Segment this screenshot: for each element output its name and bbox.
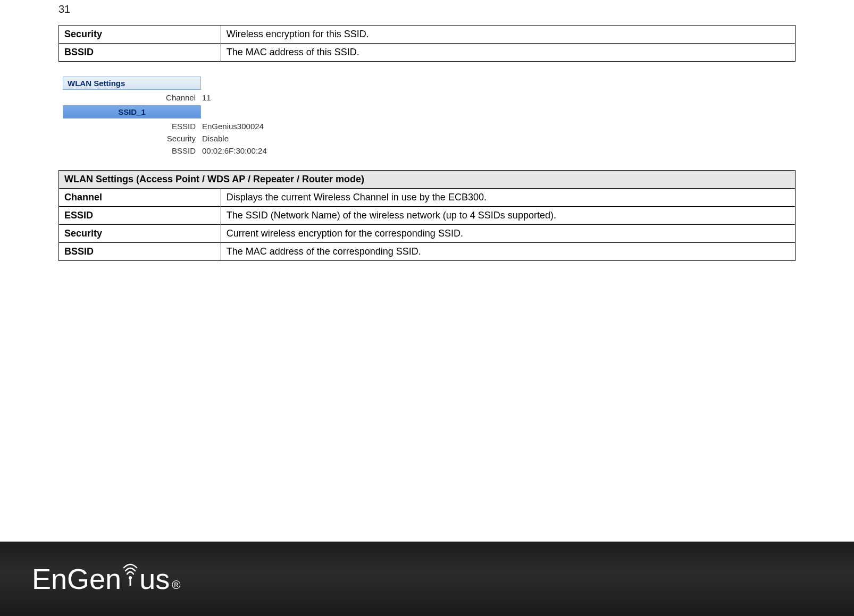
table-row: ESSID The SSID (Network Name) of the wir… [59, 207, 796, 225]
top-definition-table: Security Wireless encryption for this SS… [58, 25, 796, 62]
table-header: WLAN Settings (Access Point / WDS AP / R… [59, 171, 796, 189]
page-number: 31 [58, 3, 796, 15]
table-row: BSSID The MAC address of the correspondi… [59, 243, 796, 261]
row-label: BSSID [59, 44, 221, 62]
row-desc: The MAC address of this SSID. [221, 44, 795, 62]
row-desc: The MAC address of the corresponding SSI… [221, 243, 795, 261]
panel-value: 00:02:6F:30:00:24 [201, 146, 267, 155]
panel-key: BSSID [63, 146, 201, 155]
panel-key: Security [63, 134, 201, 143]
table-row: Security Current wireless encryption for… [59, 225, 796, 243]
logo-text-en: En [32, 562, 67, 595]
panel-value: Disable [201, 134, 229, 143]
row-label: BSSID [59, 243, 221, 261]
row-label: ESSID [59, 207, 221, 225]
table-header-row: WLAN Settings (Access Point / WDS AP / R… [59, 171, 796, 189]
row-label: Security [59, 225, 221, 243]
panel-title-bar: WLAN Settings [63, 77, 201, 90]
panel-value: EnGenius300024 [201, 122, 264, 131]
svg-rect-1 [130, 578, 131, 586]
panel-key: Channel [63, 93, 201, 102]
panel-row: Channel 11 [63, 93, 313, 102]
table-row: BSSID The MAC address of this SSID. [59, 44, 796, 62]
panel-key: ESSID [63, 122, 201, 131]
row-label: Channel [59, 189, 221, 207]
row-label: Security [59, 26, 221, 44]
wifi-icon [122, 560, 138, 586]
row-desc: Wireless encryption for this SSID. [221, 26, 795, 44]
page-footer: En Gen us ® [0, 542, 854, 616]
table-row: Channel Displays the current Wireless Ch… [59, 189, 796, 207]
panel-row: ESSID EnGenius300024 [63, 122, 313, 131]
table-row: Security Wireless encryption for this SS… [59, 26, 796, 44]
bottom-definition-table: WLAN Settings (Access Point / WDS AP / R… [58, 170, 796, 261]
ssid-tab: SSID_1 [63, 105, 201, 119]
panel-row: BSSID 00:02:6F:30:00:24 [63, 146, 313, 155]
row-desc: The SSID (Network Name) of the wireless … [221, 207, 795, 225]
logo-text-gen: Gen [67, 562, 121, 595]
panel-row: Security Disable [63, 134, 313, 143]
registered-mark: ® [172, 578, 180, 592]
wlan-settings-panel: WLAN Settings Channel 11 SSID_1 ESSID En… [63, 77, 313, 155]
logo-text-ius: us [139, 562, 170, 595]
engenius-logo: En Gen us ® [32, 562, 180, 595]
row-desc: Displays the current Wireless Channel in… [221, 189, 795, 207]
panel-value: 11 [201, 93, 211, 102]
row-desc: Current wireless encryption for the corr… [221, 225, 795, 243]
